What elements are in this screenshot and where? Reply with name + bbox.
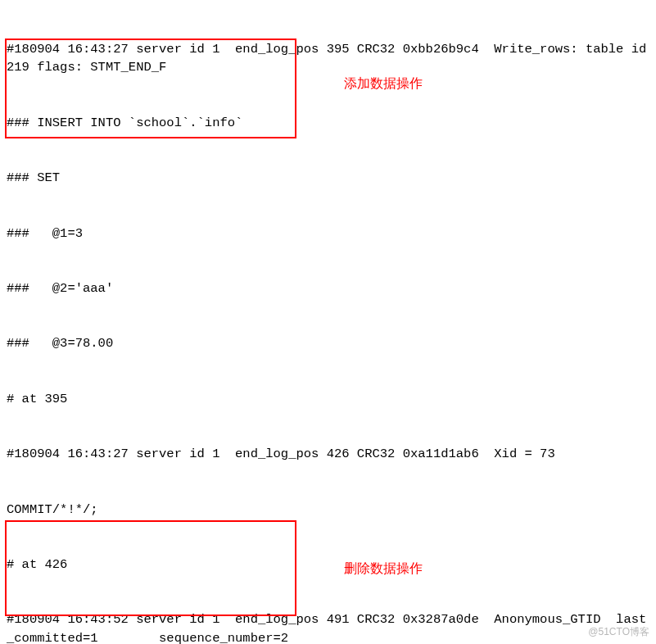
log-output: #180904 16:43:27 server id 1 end_log_pos… <box>7 3 649 644</box>
log-line: ### @2='aaa' <box>7 279 649 297</box>
log-line: # at 395 <box>7 390 649 408</box>
log-line: ### @3=78.00 <box>7 334 649 352</box>
log-line: ### SET <box>7 169 649 187</box>
watermark: @51CTO博客 <box>588 625 649 639</box>
log-line: ### @1=3 <box>7 224 649 243</box>
log-line: # at 426 <box>7 556 649 574</box>
log-line: #180904 16:43:27 server id 1 end_log_pos… <box>7 445 649 463</box>
log-line: COMMIT/*!*/; <box>7 501 649 519</box>
log-line: ### INSERT INTO `school`.`info` <box>7 114 649 132</box>
log-line: #180904 16:43:52 server id 1 end_log_pos… <box>7 610 649 644</box>
log-line: #180904 16:43:27 server id 1 end_log_pos… <box>7 40 649 77</box>
